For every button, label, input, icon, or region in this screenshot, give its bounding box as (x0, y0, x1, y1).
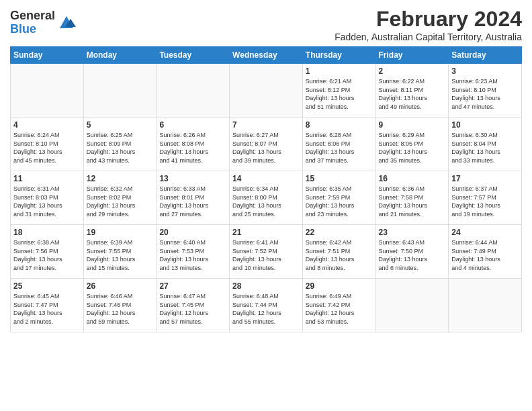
day-cell: 20Sunrise: 6:40 AM Sunset: 7:53 PM Dayli… (157, 225, 230, 279)
day-number: 27 (159, 281, 226, 291)
header-cell-friday: Friday (375, 47, 449, 64)
day-number: 13 (159, 174, 226, 183)
day-cell: 10Sunrise: 6:30 AM Sunset: 8:04 PM Dayli… (449, 118, 522, 171)
day-info: Sunrise: 6:27 AM Sunset: 8:07 PM Dayligh… (232, 131, 300, 165)
day-number: 25 (13, 281, 81, 291)
day-cell: 13Sunrise: 6:33 AM Sunset: 8:01 PM Dayli… (157, 171, 230, 225)
day-cell: 7Sunrise: 6:27 AM Sunset: 8:07 PM Daylig… (230, 118, 303, 171)
day-number: 14 (232, 174, 300, 183)
day-info: Sunrise: 6:48 AM Sunset: 7:44 PM Dayligh… (232, 292, 300, 326)
day-number: 21 (232, 228, 300, 237)
day-info: Sunrise: 6:30 AM Sunset: 8:04 PM Dayligh… (451, 131, 519, 165)
day-cell (230, 64, 303, 118)
day-cell: 27Sunrise: 6:47 AM Sunset: 7:45 PM Dayli… (157, 279, 230, 332)
day-cell: 26Sunrise: 6:46 AM Sunset: 7:46 PM Dayli… (83, 279, 157, 332)
day-cell (83, 64, 157, 118)
day-number: 28 (232, 281, 300, 291)
day-info: Sunrise: 6:44 AM Sunset: 7:49 PM Dayligh… (451, 238, 519, 272)
day-number: 7 (232, 120, 300, 130)
day-info: Sunrise: 6:32 AM Sunset: 8:02 PM Dayligh… (87, 185, 154, 218)
header-cell-wednesday: Wednesday (230, 47, 303, 64)
day-info: Sunrise: 6:45 AM Sunset: 7:47 PM Dayligh… (13, 292, 81, 326)
day-cell: 18Sunrise: 6:38 AM Sunset: 7:56 PM Dayli… (11, 225, 84, 279)
day-cell: 11Sunrise: 6:31 AM Sunset: 8:03 PM Dayli… (11, 171, 84, 225)
day-cell: 9Sunrise: 6:29 AM Sunset: 8:05 PM Daylig… (375, 118, 449, 171)
day-cell: 22Sunrise: 6:42 AM Sunset: 7:51 PM Dayli… (302, 225, 375, 279)
week-row-5: 25Sunrise: 6:45 AM Sunset: 7:47 PM Dayli… (11, 279, 522, 332)
day-number: 5 (87, 120, 154, 130)
day-info: Sunrise: 6:25 AM Sunset: 8:09 PM Dayligh… (87, 131, 154, 165)
day-number: 15 (306, 174, 373, 183)
day-number: 11 (13, 174, 81, 183)
day-number: 23 (379, 228, 446, 237)
day-cell: 16Sunrise: 6:36 AM Sunset: 7:58 PM Dayli… (375, 171, 449, 225)
day-info: Sunrise: 6:33 AM Sunset: 8:01 PM Dayligh… (159, 185, 226, 218)
month-title: February 2024 (335, 7, 522, 32)
page-header: GeneralBlue February 2024 Fadden, Austra… (10, 7, 522, 42)
day-info: Sunrise: 6:22 AM Sunset: 8:11 PM Dayligh… (379, 77, 446, 111)
day-info: Sunrise: 6:38 AM Sunset: 7:56 PM Dayligh… (13, 238, 81, 272)
day-info: Sunrise: 6:49 AM Sunset: 7:42 PM Dayligh… (306, 292, 373, 326)
week-row-1: 1Sunrise: 6:21 AM Sunset: 8:12 PM Daylig… (11, 64, 522, 118)
day-cell: 15Sunrise: 6:35 AM Sunset: 7:59 PM Dayli… (302, 171, 375, 225)
logo: GeneralBlue (10, 9, 76, 36)
day-cell: 25Sunrise: 6:45 AM Sunset: 7:47 PM Dayli… (11, 279, 84, 332)
day-number: 19 (87, 228, 154, 237)
day-info: Sunrise: 6:41 AM Sunset: 7:52 PM Dayligh… (232, 238, 300, 272)
day-cell: 23Sunrise: 6:43 AM Sunset: 7:50 PM Dayli… (375, 225, 449, 279)
day-number: 6 (159, 120, 226, 130)
day-cell: 2Sunrise: 6:22 AM Sunset: 8:11 PM Daylig… (375, 64, 449, 118)
day-info: Sunrise: 6:37 AM Sunset: 7:57 PM Dayligh… (451, 185, 519, 218)
day-info: Sunrise: 6:21 AM Sunset: 8:12 PM Dayligh… (306, 77, 373, 111)
day-cell: 6Sunrise: 6:26 AM Sunset: 8:08 PM Daylig… (157, 118, 230, 171)
day-number: 18 (13, 228, 81, 237)
day-number: 24 (451, 228, 519, 237)
day-cell: 19Sunrise: 6:39 AM Sunset: 7:55 PM Dayli… (83, 225, 157, 279)
day-number: 8 (306, 120, 373, 130)
day-info: Sunrise: 6:47 AM Sunset: 7:45 PM Dayligh… (159, 292, 226, 326)
calendar-table: SundayMondayTuesdayWednesdayThursdayFrid… (10, 46, 522, 332)
day-info: Sunrise: 6:42 AM Sunset: 7:51 PM Dayligh… (306, 238, 373, 272)
day-number: 20 (159, 228, 226, 237)
day-info: Sunrise: 6:46 AM Sunset: 7:46 PM Dayligh… (87, 292, 154, 326)
day-cell (375, 279, 449, 332)
header-cell-sunday: Sunday (11, 47, 84, 64)
day-cell: 14Sunrise: 6:34 AM Sunset: 8:00 PM Dayli… (230, 171, 303, 225)
day-cell: 12Sunrise: 6:32 AM Sunset: 8:02 PM Dayli… (83, 171, 157, 225)
day-number: 9 (379, 120, 446, 130)
day-info: Sunrise: 6:35 AM Sunset: 7:59 PM Dayligh… (306, 185, 373, 218)
day-number: 12 (87, 174, 154, 183)
day-cell: 5Sunrise: 6:25 AM Sunset: 8:09 PM Daylig… (83, 118, 157, 171)
day-info: Sunrise: 6:26 AM Sunset: 8:08 PM Dayligh… (159, 131, 226, 165)
week-row-3: 11Sunrise: 6:31 AM Sunset: 8:03 PM Dayli… (11, 171, 522, 225)
day-info: Sunrise: 6:36 AM Sunset: 7:58 PM Dayligh… (379, 185, 446, 218)
header-cell-saturday: Saturday (449, 47, 522, 64)
logo-text: GeneralBlue (10, 9, 55, 36)
day-cell (11, 64, 84, 118)
week-row-4: 18Sunrise: 6:38 AM Sunset: 7:56 PM Dayli… (11, 225, 522, 279)
day-info: Sunrise: 6:23 AM Sunset: 8:10 PM Dayligh… (451, 77, 519, 111)
day-info: Sunrise: 6:40 AM Sunset: 7:53 PM Dayligh… (159, 238, 226, 272)
day-number: 17 (451, 174, 519, 183)
day-info: Sunrise: 6:29 AM Sunset: 8:05 PM Dayligh… (379, 131, 446, 165)
day-cell: 17Sunrise: 6:37 AM Sunset: 7:57 PM Dayli… (449, 171, 522, 225)
day-number: 26 (87, 281, 154, 291)
day-cell: 29Sunrise: 6:49 AM Sunset: 7:42 PM Dayli… (302, 279, 375, 332)
header-cell-monday: Monday (83, 47, 157, 64)
day-cell: 8Sunrise: 6:28 AM Sunset: 8:06 PM Daylig… (302, 118, 375, 171)
day-cell (157, 64, 230, 118)
day-cell: 28Sunrise: 6:48 AM Sunset: 7:44 PM Dayli… (230, 279, 303, 332)
day-info: Sunrise: 6:43 AM Sunset: 7:50 PM Dayligh… (379, 238, 446, 272)
day-number: 3 (451, 66, 519, 76)
day-cell: 4Sunrise: 6:24 AM Sunset: 8:10 PM Daylig… (11, 118, 84, 171)
day-info: Sunrise: 6:39 AM Sunset: 7:55 PM Dayligh… (87, 238, 154, 272)
day-number: 4 (13, 120, 81, 130)
day-number: 10 (451, 120, 519, 130)
logo-icon (57, 13, 76, 32)
week-row-2: 4Sunrise: 6:24 AM Sunset: 8:10 PM Daylig… (11, 118, 522, 171)
day-number: 2 (379, 66, 446, 76)
day-info: Sunrise: 6:24 AM Sunset: 8:10 PM Dayligh… (13, 131, 81, 165)
day-number: 16 (379, 174, 446, 183)
header-row: SundayMondayTuesdayWednesdayThursdayFrid… (11, 47, 522, 64)
day-info: Sunrise: 6:34 AM Sunset: 8:00 PM Dayligh… (232, 185, 300, 218)
